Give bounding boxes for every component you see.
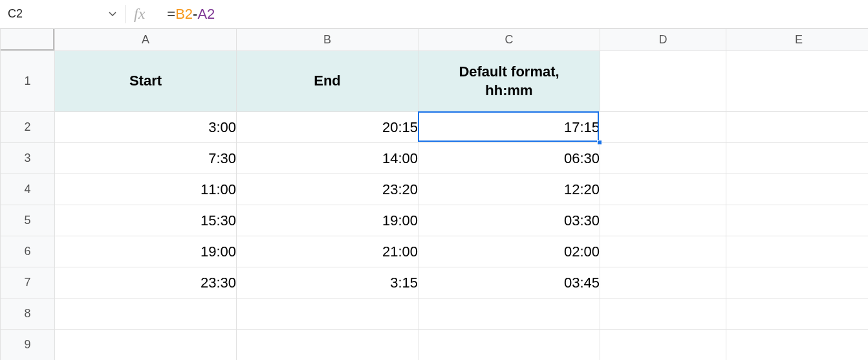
cell-D4[interactable] bbox=[600, 174, 726, 205]
row-3: 3 7:30 14:00 06:30 bbox=[1, 143, 869, 174]
col-head-C[interactable]: C bbox=[418, 29, 600, 51]
cell-D7[interactable] bbox=[600, 267, 726, 298]
cell-E4[interactable] bbox=[726, 174, 869, 205]
cell-C6[interactable]: 02:00 bbox=[418, 236, 600, 267]
cell-D6[interactable] bbox=[600, 236, 726, 267]
cell-E1[interactable] bbox=[726, 51, 869, 112]
cell-A7[interactable]: 23:30 bbox=[55, 267, 237, 298]
cell-B3[interactable]: 14:00 bbox=[237, 143, 418, 174]
cell-B8[interactable] bbox=[237, 298, 418, 330]
cell-D5[interactable] bbox=[600, 205, 726, 236]
row-head-8[interactable]: 8 bbox=[1, 298, 55, 330]
cell-A3[interactable]: 7:30 bbox=[55, 143, 237, 174]
cell-D2[interactable] bbox=[600, 112, 726, 143]
cell-A2[interactable]: 3:00 bbox=[55, 112, 237, 143]
spreadsheet-grid[interactable]: A B C D E 1 Start End Default format, hh… bbox=[0, 28, 868, 360]
formula-ref2: A2 bbox=[197, 6, 215, 23]
row-head-3[interactable]: 3 bbox=[1, 143, 55, 174]
cell-B6[interactable]: 21:00 bbox=[237, 236, 418, 267]
cell-E5[interactable] bbox=[726, 205, 869, 236]
row-head-4[interactable]: 4 bbox=[1, 174, 55, 205]
formula-minus: - bbox=[193, 6, 197, 23]
cell-A6[interactable]: 19:00 bbox=[55, 236, 237, 267]
row-head-6[interactable]: 6 bbox=[1, 236, 55, 267]
cell-D3[interactable] bbox=[600, 143, 726, 174]
cell-C9[interactable] bbox=[418, 330, 600, 361]
cell-D9[interactable] bbox=[600, 330, 726, 361]
row-head-9[interactable]: 9 bbox=[1, 330, 55, 361]
cell-A5[interactable]: 15:30 bbox=[55, 205, 237, 236]
cell-E3[interactable] bbox=[726, 143, 869, 174]
name-box-text: C2 bbox=[8, 7, 109, 21]
row-8: 8 bbox=[1, 298, 869, 330]
row-1: 1 Start End Default format, hh:mm bbox=[1, 51, 869, 112]
row-head-2[interactable]: 2 bbox=[1, 112, 55, 143]
row-4: 4 11:00 23:20 12:20 bbox=[1, 174, 869, 205]
column-header-row: A B C D E bbox=[1, 29, 869, 51]
col-head-E[interactable]: E bbox=[726, 29, 869, 51]
selection-fill-handle[interactable] bbox=[597, 140, 602, 145]
col-head-D[interactable]: D bbox=[600, 29, 726, 51]
cell-B9[interactable] bbox=[237, 330, 418, 361]
row-head-1[interactable]: 1 bbox=[1, 51, 55, 112]
cell-A8[interactable] bbox=[55, 298, 237, 330]
select-all-corner[interactable] bbox=[1, 29, 55, 51]
name-box[interactable]: C2 bbox=[5, 0, 122, 28]
formula-input[interactable]: =B2-A2 bbox=[167, 6, 215, 23]
cell-C2[interactable]: 17:15 bbox=[418, 112, 600, 143]
cell-E9[interactable] bbox=[726, 330, 869, 361]
cell-B5[interactable]: 19:00 bbox=[237, 205, 418, 236]
formula-ref1: B2 bbox=[175, 6, 193, 23]
cell-C7[interactable]: 03:45 bbox=[418, 267, 600, 298]
cell-B7[interactable]: 3:15 bbox=[237, 267, 418, 298]
formula-eq: = bbox=[167, 6, 175, 23]
cell-E7[interactable] bbox=[726, 267, 869, 298]
cell-C5[interactable]: 03:30 bbox=[418, 205, 600, 236]
cell-C8[interactable] bbox=[418, 298, 600, 330]
cell-A9[interactable] bbox=[55, 330, 237, 361]
chevron-down-icon[interactable] bbox=[109, 12, 116, 17]
cell-A1[interactable]: Start bbox=[55, 51, 237, 112]
cell-B4[interactable]: 23:20 bbox=[237, 174, 418, 205]
cell-B1[interactable]: End bbox=[237, 51, 418, 112]
row-2: 2 3:00 20:15 17:15 bbox=[1, 112, 869, 143]
cell-A4[interactable]: 11:00 bbox=[55, 174, 237, 205]
row-5: 5 15:30 19:00 03:30 bbox=[1, 205, 869, 236]
row-7: 7 23:30 3:15 03:45 bbox=[1, 267, 869, 298]
row-9: 9 bbox=[1, 330, 869, 361]
cell-E2[interactable] bbox=[726, 112, 869, 143]
row-head-7[interactable]: 7 bbox=[1, 267, 55, 298]
row-6: 6 19:00 21:00 02:00 bbox=[1, 236, 869, 267]
col-head-A[interactable]: A bbox=[55, 29, 237, 51]
cell-B2[interactable]: 20:15 bbox=[237, 112, 418, 143]
cell-E6[interactable] bbox=[726, 236, 869, 267]
fx-icon[interactable]: fx bbox=[134, 5, 145, 23]
col-head-B[interactable]: B bbox=[237, 29, 418, 51]
formula-bar: C2 fx =B2-A2 bbox=[0, 0, 868, 28]
cell-D8[interactable] bbox=[600, 298, 726, 330]
cell-C3[interactable]: 06:30 bbox=[418, 143, 600, 174]
row-head-5[interactable]: 5 bbox=[1, 205, 55, 236]
divider bbox=[125, 5, 126, 23]
cell-C1[interactable]: Default format, hh:mm bbox=[418, 51, 600, 112]
cell-D1[interactable] bbox=[600, 51, 726, 112]
cell-C4[interactable]: 12:20 bbox=[418, 174, 600, 205]
cell-E8[interactable] bbox=[726, 298, 869, 330]
